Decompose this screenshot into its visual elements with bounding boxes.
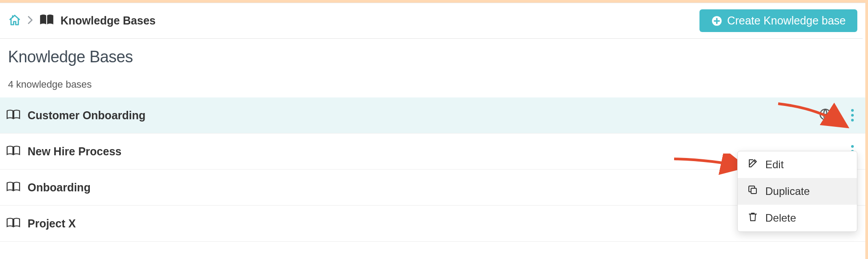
row-actions-menu: Edit Duplicate Delete (737, 151, 857, 232)
chevron-right-icon (28, 16, 33, 25)
kb-list: Customer Onboarding New Hire Process (0, 97, 865, 242)
book-open-icon (6, 181, 20, 194)
kb-name: New Hire Process (28, 145, 121, 158)
plus-circle-icon (711, 15, 723, 27)
kb-row[interactable]: Customer Onboarding (0, 97, 865, 134)
kb-row[interactable]: Onboarding (0, 170, 865, 206)
breadcrumb-current-label: Knowledge Bases (60, 14, 156, 27)
menu-item-edit[interactable]: Edit (738, 151, 857, 178)
edit-icon (747, 158, 758, 171)
kb-row[interactable]: Project X (0, 206, 865, 242)
menu-item-label: Duplicate (765, 185, 810, 198)
kb-name: Customer Onboarding (28, 109, 145, 122)
create-knowledge-base-button[interactable]: Create Knowledge base (699, 9, 857, 32)
menu-item-label: Delete (765, 212, 796, 224)
menu-item-delete[interactable]: Delete (738, 205, 857, 231)
svg-rect-3 (751, 188, 756, 194)
kebab-menu-button[interactable] (848, 106, 856, 124)
create-button-label: Create Knowledge base (727, 14, 846, 27)
page-title: Knowledge Bases (0, 39, 865, 69)
topbar: Knowledge Bases Create Knowledge base (0, 3, 865, 38)
kb-name: Project X (28, 217, 76, 230)
duplicate-icon (747, 185, 758, 198)
globe-icon (819, 108, 832, 122)
kb-row[interactable]: New Hire Process (0, 134, 865, 170)
breadcrumb: Knowledge Bases (8, 13, 156, 28)
book-open-solid-icon (39, 13, 54, 28)
breadcrumb-current: Knowledge Bases (39, 13, 156, 28)
count-text: 4 knowledge bases (0, 69, 865, 97)
book-open-icon (6, 109, 20, 122)
menu-item-duplicate[interactable]: Duplicate (738, 178, 857, 205)
menu-item-label: Edit (765, 158, 784, 171)
book-open-icon (6, 145, 20, 158)
delete-icon (747, 211, 758, 225)
home-icon[interactable] (8, 14, 21, 28)
book-open-icon (6, 217, 20, 230)
kb-name: Onboarding (28, 181, 91, 194)
